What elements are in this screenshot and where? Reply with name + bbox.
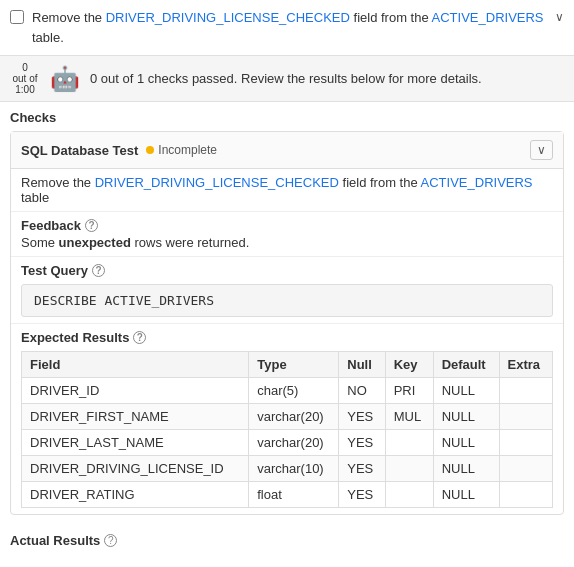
- feedback-text-before: Some: [21, 235, 59, 250]
- feedback-label: Feedback: [21, 218, 81, 233]
- table-cell: DRIVER_ID: [22, 378, 249, 404]
- table-cell: [499, 456, 552, 482]
- score-total: 1:00: [15, 84, 34, 95]
- score-message: 0 out of 1 checks passed. Review the res…: [90, 71, 482, 86]
- table-cell: [385, 456, 433, 482]
- table-cell: [499, 404, 552, 430]
- table-cell: DRIVER_LAST_NAME: [22, 430, 249, 456]
- table-cell: NULL: [433, 430, 499, 456]
- table-col-header: Extra: [499, 352, 552, 378]
- feedback-text-after: rows were returned.: [131, 235, 250, 250]
- table-cell: DRIVER_RATING: [22, 482, 249, 508]
- table-cell: float: [249, 482, 339, 508]
- table-cell: YES: [339, 482, 385, 508]
- score-out-of: out of: [12, 73, 37, 84]
- feedback-title: Feedback ?: [21, 218, 553, 233]
- table-cell: NULL: [433, 456, 499, 482]
- feedback-help-icon[interactable]: ?: [85, 219, 98, 232]
- test-query-title: Test Query ?: [21, 263, 553, 278]
- expected-results-label: Expected Results: [21, 330, 129, 345]
- table-cell: char(5): [249, 378, 339, 404]
- top-bar-prefix: Remove the: [32, 10, 106, 25]
- table-cell: DRIVER_DRIVING_LICENSE_ID: [22, 456, 249, 482]
- top-bar-suffix: table.: [32, 30, 64, 45]
- expand-icon[interactable]: ∨: [555, 10, 564, 24]
- feedback-bold: unexpected: [59, 235, 131, 250]
- score-bar: 0 out of 1:00 🤖 0 out of 1 checks passed…: [0, 56, 574, 102]
- desc-suffix: table: [21, 190, 49, 205]
- expected-results-table: FieldTypeNullKeyDefaultExtra DRIVER_IDch…: [21, 351, 553, 508]
- table-cell: varchar(10): [249, 456, 339, 482]
- table-col-header: Default: [433, 352, 499, 378]
- table-cell: YES: [339, 456, 385, 482]
- status-dot: [146, 146, 154, 154]
- top-bar-link2[interactable]: ACTIVE_DRIVERS: [432, 10, 544, 25]
- table-cell: varchar(20): [249, 430, 339, 456]
- actual-results-label: Actual Results: [10, 533, 100, 548]
- query-box: DESCRIBE ACTIVE_DRIVERS: [21, 284, 553, 317]
- desc-prefix: Remove the: [21, 175, 95, 190]
- table-cell: [499, 430, 552, 456]
- checks-title: Checks: [10, 110, 564, 125]
- card-expand-button[interactable]: ∨: [530, 140, 553, 160]
- table-cell: NULL: [433, 482, 499, 508]
- status-label: Incomplete: [158, 143, 217, 157]
- robot-icon: 🤖: [50, 65, 80, 93]
- table-cell: PRI: [385, 378, 433, 404]
- top-bar: Remove the DRIVER_DRIVING_LICENSE_CHECKE…: [0, 0, 574, 56]
- check-card-desc: Remove the DRIVER_DRIVING_LICENSE_CHECKE…: [11, 169, 563, 212]
- top-bar-text: Remove the DRIVER_DRIVING_LICENSE_CHECKE…: [32, 8, 547, 47]
- table-cell: [499, 482, 552, 508]
- expected-results-help-icon[interactable]: ?: [133, 331, 146, 344]
- feedback-text: Some unexpected rows were returned.: [21, 235, 553, 250]
- expected-results-section: Expected Results ? FieldTypeNullKeyDefau…: [11, 324, 563, 514]
- table-cell: YES: [339, 430, 385, 456]
- score-display: 0 out of 1:00: [10, 62, 40, 95]
- actual-results-help-icon[interactable]: ?: [104, 534, 117, 547]
- table-cell: NULL: [433, 378, 499, 404]
- actual-results-bar: Actual Results ?: [0, 527, 574, 550]
- table-cell: NO: [339, 378, 385, 404]
- table-col-header: Type: [249, 352, 339, 378]
- check-card: SQL Database Test Incomplete ∨ Remove th…: [10, 131, 564, 515]
- table-cell: varchar(20): [249, 404, 339, 430]
- table-cell: [385, 430, 433, 456]
- table-cell: NULL: [433, 404, 499, 430]
- table-cell: DRIVER_FIRST_NAME: [22, 404, 249, 430]
- table-row: DRIVER_FIRST_NAMEvarchar(20)YESMULNULL: [22, 404, 553, 430]
- table-cell: MUL: [385, 404, 433, 430]
- table-col-header: Key: [385, 352, 433, 378]
- test-query-help-icon[interactable]: ?: [92, 264, 105, 277]
- test-query-section: Test Query ? DESCRIBE ACTIVE_DRIVERS: [11, 257, 563, 324]
- feedback-section: Feedback ? Some unexpected rows were ret…: [11, 212, 563, 257]
- table-header-row: FieldTypeNullKeyDefaultExtra: [22, 352, 553, 378]
- table-cell: [385, 482, 433, 508]
- top-bar-checkbox[interactable]: [10, 10, 24, 24]
- test-query-label: Test Query: [21, 263, 88, 278]
- check-card-title: SQL Database Test: [21, 143, 138, 158]
- table-col-header: Field: [22, 352, 249, 378]
- score-num: 0: [22, 62, 28, 73]
- table-row: DRIVER_IDchar(5)NOPRINULL: [22, 378, 553, 404]
- expected-results-title: Expected Results ?: [21, 330, 553, 345]
- table-cell: [499, 378, 552, 404]
- desc-link1[interactable]: DRIVER_DRIVING_LICENSE_CHECKED: [95, 175, 339, 190]
- table-row: DRIVER_LAST_NAMEvarchar(20)YESNULL: [22, 430, 553, 456]
- checks-section: Checks SQL Database Test Incomplete ∨ Re…: [0, 102, 574, 527]
- desc-link2[interactable]: ACTIVE_DRIVERS: [421, 175, 533, 190]
- table-col-header: Null: [339, 352, 385, 378]
- top-bar-link1[interactable]: DRIVER_DRIVING_LICENSE_CHECKED: [106, 10, 350, 25]
- top-bar-mid: field from the: [354, 10, 432, 25]
- table-row: DRIVER_RATINGfloatYESNULL: [22, 482, 553, 508]
- table-row: DRIVER_DRIVING_LICENSE_IDvarchar(10)YESN…: [22, 456, 553, 482]
- check-card-header: SQL Database Test Incomplete ∨: [11, 132, 563, 169]
- desc-mid: field from the: [343, 175, 421, 190]
- table-cell: YES: [339, 404, 385, 430]
